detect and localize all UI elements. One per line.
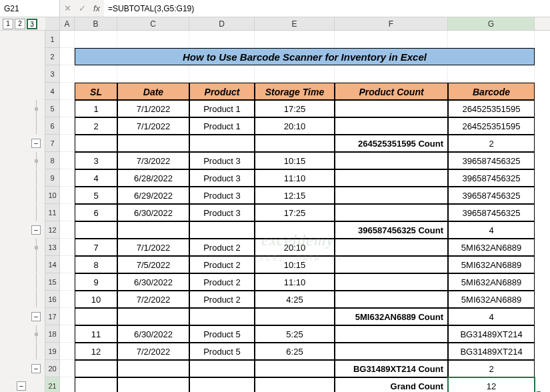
row-header[interactable]: 15 — [45, 273, 60, 291]
cell[interactable]: Product 3 — [189, 187, 255, 204]
cell[interactable]: 396587456325 — [448, 187, 535, 204]
cell[interactable]: 4 — [75, 169, 117, 187]
col-header-G[interactable]: G — [448, 17, 535, 30]
cell[interactable] — [75, 221, 117, 239]
cell[interactable] — [448, 65, 535, 83]
cell[interactable] — [117, 308, 189, 325]
outline-collapse-button[interactable]: − — [17, 381, 26, 391]
cell[interactable]: 12 — [75, 343, 117, 360]
cell[interactable]: 6/30/2022 — [117, 325, 189, 343]
outline-collapse-button[interactable]: − — [31, 364, 41, 373]
cell[interactable]: 6/30/2022 — [117, 273, 189, 291]
table-header-E[interactable]: Storage Time — [255, 83, 335, 100]
cell[interactable] — [189, 360, 255, 377]
row-header[interactable]: 19 — [45, 343, 60, 360]
cell[interactable]: 6/28/2022 — [117, 169, 189, 187]
cell[interactable]: 5MI632AN6889 — [448, 239, 535, 256]
subtotal-label[interactable]: 396587456325 Count — [335, 221, 448, 239]
cell[interactable] — [117, 377, 189, 392]
cell[interactable]: 7 — [75, 239, 117, 256]
cell[interactable] — [60, 377, 75, 392]
subtotal-label[interactable]: 5MI632AN6889 Count — [335, 308, 448, 325]
cell[interactable]: 2 — [448, 360, 535, 377]
outline-level-1[interactable]: 1 — [3, 19, 13, 29]
cell[interactable]: Product 2 — [189, 291, 255, 308]
cell[interactable]: 20:10 — [255, 117, 335, 135]
cell[interactable]: 3 — [75, 152, 117, 169]
cell[interactable]: 396587456325 — [448, 204, 535, 221]
cell[interactable] — [335, 152, 448, 169]
cell[interactable] — [60, 187, 75, 204]
cell[interactable]: Product 5 — [189, 325, 255, 343]
cell[interactable] — [75, 377, 117, 392]
row-header[interactable]: 18 — [45, 325, 60, 343]
cell[interactable]: 5MI632AN6889 — [448, 291, 535, 308]
fx-icon[interactable]: fx — [89, 3, 104, 13]
cell[interactable]: 4 — [448, 221, 535, 239]
cell[interactable]: 9 — [75, 273, 117, 291]
cell[interactable]: 5MI632AN6889 — [448, 273, 535, 291]
cell[interactable]: 6/30/2022 — [117, 204, 189, 221]
cell[interactable] — [60, 239, 75, 256]
cancel-icon[interactable]: ✕ — [60, 3, 75, 13]
cell[interactable] — [117, 360, 189, 377]
page-title[interactable]: How to Use Barcode Scanner for Inventory… — [75, 48, 535, 65]
cell[interactable] — [255, 377, 335, 392]
cell[interactable]: Product 2 — [189, 273, 255, 291]
row-header[interactable]: 8 — [45, 152, 60, 169]
cell[interactable] — [60, 169, 75, 187]
cell[interactable]: Product 3 — [189, 169, 255, 187]
cell[interactable] — [335, 204, 448, 221]
cell[interactable]: Product 2 — [189, 239, 255, 256]
cell[interactable]: 10:15 — [255, 256, 335, 273]
row-header[interactable]: 10 — [45, 187, 60, 204]
cell[interactable] — [75, 31, 117, 48]
col-header-F[interactable]: F — [335, 17, 448, 30]
cell[interactable] — [189, 221, 255, 239]
cell[interactable] — [335, 31, 448, 48]
row-header[interactable]: 20 — [45, 360, 60, 377]
cell[interactable] — [189, 308, 255, 325]
cell[interactable] — [117, 135, 189, 152]
cell[interactable] — [255, 308, 335, 325]
cell[interactable] — [335, 239, 448, 256]
cell[interactable] — [60, 256, 75, 273]
col-header-B[interactable]: B — [75, 17, 117, 30]
cell[interactable]: 10:15 — [255, 152, 335, 169]
cell[interactable]: 20:10 — [255, 239, 335, 256]
cell[interactable]: 6 — [75, 204, 117, 221]
row-header[interactable]: 16 — [45, 291, 60, 308]
cell[interactable] — [60, 325, 75, 343]
cell[interactable] — [335, 187, 448, 204]
cell[interactable] — [255, 360, 335, 377]
cell[interactable]: 396587456325 — [448, 169, 535, 187]
cell[interactable] — [255, 31, 335, 48]
cell[interactable]: 2 — [448, 135, 535, 152]
cell[interactable] — [75, 65, 117, 83]
row-header[interactable]: 9 — [45, 169, 60, 187]
cell[interactable] — [60, 152, 75, 169]
cell[interactable] — [117, 31, 189, 48]
cell[interactable] — [60, 31, 75, 48]
cell[interactable] — [60, 83, 75, 100]
row-header[interactable]: 5 — [45, 100, 60, 117]
cell[interactable] — [60, 135, 75, 152]
cell[interactable]: 6:25 — [255, 343, 335, 360]
cell[interactable]: 1 — [75, 100, 117, 117]
cell[interactable] — [335, 343, 448, 360]
cell[interactable]: 12:15 — [255, 187, 335, 204]
cell[interactable]: 396587456325 — [448, 152, 535, 169]
confirm-icon[interactable]: ✓ — [75, 3, 89, 13]
outline-level-2[interactable]: 2 — [15, 19, 25, 29]
outline-collapse-button[interactable]: − — [31, 312, 41, 321]
cell[interactable]: BG31489XT214 — [448, 325, 535, 343]
row-header[interactable]: 3 — [45, 65, 60, 83]
table-header-F[interactable]: Product Count — [335, 83, 448, 100]
cell[interactable]: 12 — [448, 377, 535, 392]
cell[interactable]: Product 3 — [189, 204, 255, 221]
cell[interactable]: 7/5/2022 — [117, 256, 189, 273]
row-header[interactable]: 12 — [45, 221, 60, 239]
cell[interactable]: 5 — [75, 187, 117, 204]
col-header-E[interactable]: E — [255, 17, 335, 30]
row-header[interactable]: 14 — [45, 256, 60, 273]
